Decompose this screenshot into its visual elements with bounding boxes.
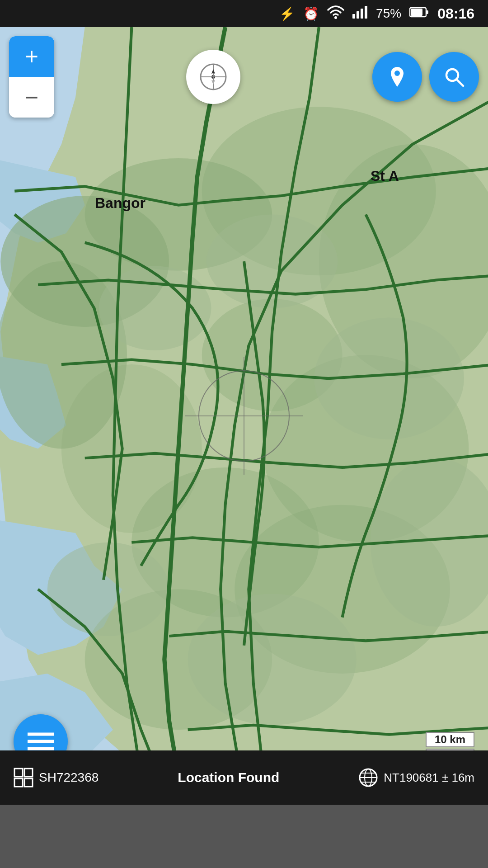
svg-rect-6 xyxy=(411,9,422,16)
svg-rect-5 xyxy=(426,10,428,14)
right-buttons xyxy=(372,52,479,102)
svg-point-23 xyxy=(188,594,357,725)
location-pin-icon xyxy=(385,65,409,89)
map-container[interactable]: Bangor St A + − xyxy=(0,27,488,805)
search-button[interactable] xyxy=(429,52,479,102)
search-icon xyxy=(442,65,466,89)
signal-icon xyxy=(352,6,368,22)
svg-rect-1 xyxy=(357,11,359,19)
zoom-controls: + − xyxy=(9,36,54,118)
status-bar: ⚡ ⏰ 75% 08:16 xyxy=(0,0,488,27)
center-map-button[interactable] xyxy=(186,50,240,104)
hamburger-icon xyxy=(28,731,54,751)
zoom-in-button[interactable]: + xyxy=(9,36,54,77)
grid-icon xyxy=(14,768,33,788)
status-time: 08:16 xyxy=(437,5,474,22)
bluetooth-icon: ⚡ xyxy=(279,6,295,21)
svg-rect-39 xyxy=(24,769,33,777)
wifi-icon xyxy=(327,5,344,22)
svg-rect-40 xyxy=(14,778,23,787)
svg-line-34 xyxy=(456,79,463,86)
svg-rect-38 xyxy=(14,769,23,777)
grid-ref-1: SH722368 xyxy=(39,770,99,785)
map-terrain xyxy=(0,27,488,805)
svg-rect-41 xyxy=(24,778,33,787)
location-status-container: Location Found xyxy=(178,770,279,785)
location-status: Location Found xyxy=(178,770,279,785)
location-button[interactable] xyxy=(372,52,422,102)
svg-point-32 xyxy=(394,71,400,76)
svg-rect-3 xyxy=(365,6,367,19)
scale-km: 10 km xyxy=(426,732,474,747)
bottom-status-bar: SH722368 Location Found NT190681 ± 16m xyxy=(0,750,488,805)
grid-ref-2: NT190681 ± 16m xyxy=(384,771,474,785)
svg-rect-0 xyxy=(352,14,355,19)
toolbar: + − xyxy=(0,36,488,118)
compass-icon xyxy=(197,61,229,93)
globe-icon xyxy=(358,768,378,788)
battery-icon xyxy=(409,6,429,21)
zoom-out-button[interactable]: − xyxy=(9,77,54,118)
battery-percent: 75% xyxy=(376,6,401,21)
alarm-icon: ⏰ xyxy=(303,6,319,21)
svg-rect-2 xyxy=(361,9,363,19)
grid-ref-1-container: SH722368 xyxy=(14,768,99,788)
grid-ref-2-container: NT190681 ± 16m xyxy=(358,768,474,788)
